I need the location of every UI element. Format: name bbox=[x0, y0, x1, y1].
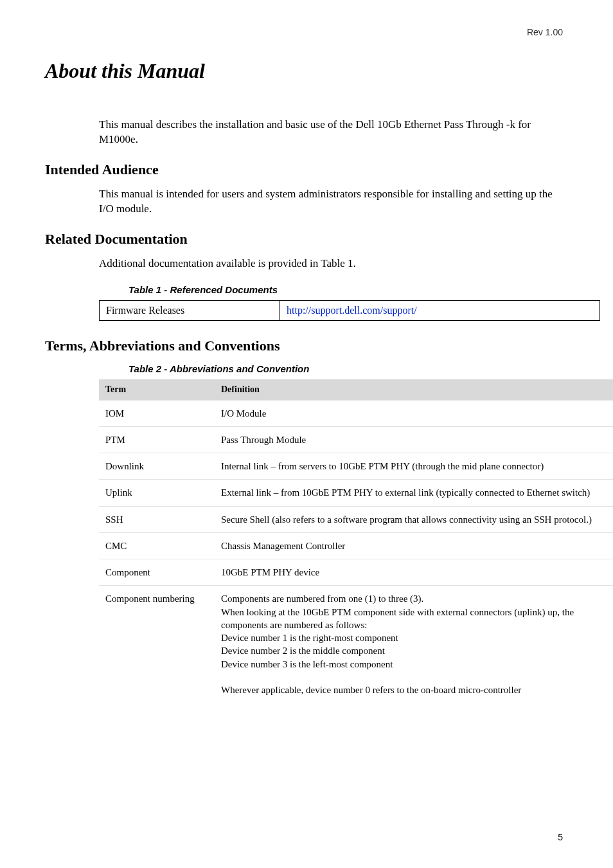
table-row: Firmware Releases http://support.dell.co… bbox=[100, 300, 600, 320]
def-line: Device number 3 is the left-most compone… bbox=[221, 659, 393, 669]
definition-cell: Secure Shell (also refers to a software … bbox=[215, 506, 613, 532]
definition-cell: External link – from 10GbE PTM PHY to ex… bbox=[215, 480, 613, 506]
term-cell: Component numbering bbox=[99, 586, 215, 703]
definition-cell: 10GbE PTM PHY device bbox=[215, 559, 613, 586]
page-title: About this Manual bbox=[45, 59, 568, 83]
term-cell: CMC bbox=[99, 532, 215, 559]
definition-cell: Components are numbered from one (1) to … bbox=[215, 586, 613, 703]
table-row: CMC Chassis Management Controller bbox=[99, 532, 613, 559]
section-heading-terms: Terms, Abbreviations and Conventions bbox=[45, 338, 568, 354]
related-paragraph: Additional documentation available is pr… bbox=[99, 257, 568, 271]
term-cell: Component bbox=[99, 559, 215, 586]
table-row: Downlink Internal link – from servers to… bbox=[99, 453, 613, 480]
section-heading-audience: Intended Audience bbox=[45, 161, 568, 178]
table-row: IOM I/O Module bbox=[99, 400, 613, 426]
table-row: Component 10GbE PTM PHY device bbox=[99, 559, 613, 586]
term-cell: Downlink bbox=[99, 453, 215, 480]
definition-cell: I/O Module bbox=[215, 400, 613, 426]
table-row: PTM Pass Through Module bbox=[99, 426, 613, 453]
term-cell: SSH bbox=[99, 506, 215, 532]
table-row: Component numbering Components are numbe… bbox=[99, 586, 613, 703]
term-cell: Uplink bbox=[99, 480, 215, 506]
table1-caption: Table 1 - Referenced Documents bbox=[129, 284, 568, 295]
def-line: When looking at the 10GbE PTM component … bbox=[221, 607, 574, 630]
abbreviations-table: Term Definition IOM I/O Module PTM Pass … bbox=[99, 379, 613, 703]
ref-doc-name: Firmware Releases bbox=[100, 300, 280, 320]
def-line: Wherever applicable, device number 0 ref… bbox=[221, 685, 521, 695]
term-cell: IOM bbox=[99, 400, 215, 426]
table-row: SSH Secure Shell (also refers to a softw… bbox=[99, 506, 613, 532]
ref-doc-link-cell: http://support.dell.com/support/ bbox=[280, 300, 600, 320]
term-header: Term bbox=[99, 379, 215, 401]
def-line: Device number 2 is the middle component bbox=[221, 646, 385, 656]
table-row: Uplink External link – from 10GbE PTM PH… bbox=[99, 480, 613, 506]
definition-cell: Pass Through Module bbox=[215, 426, 613, 453]
def-line: Components are numbered from one (1) to … bbox=[221, 593, 423, 604]
firmware-releases-link[interactable]: http://support.dell.com/support/ bbox=[287, 305, 417, 316]
section-heading-related: Related Documentation bbox=[45, 231, 568, 248]
definition-cell: Chassis Management Controller bbox=[215, 532, 613, 559]
table2-caption: Table 2 - Abbreviations and Convention bbox=[129, 363, 568, 374]
def-line: Device number 1 is the right-most compon… bbox=[221, 633, 398, 643]
definition-header: Definition bbox=[215, 379, 613, 401]
revision-label: Rev 1.00 bbox=[527, 27, 563, 37]
referenced-documents-table: Firmware Releases http://support.dell.co… bbox=[99, 300, 600, 321]
definition-cell: Internal link – from servers to 10GbE PT… bbox=[215, 453, 613, 480]
term-cell: PTM bbox=[99, 426, 215, 453]
page-number: 5 bbox=[558, 832, 563, 842]
table-header-row: Term Definition bbox=[99, 379, 613, 401]
intro-paragraph: This manual describes the installation a… bbox=[99, 118, 568, 147]
audience-paragraph: This manual is intended for users and sy… bbox=[99, 187, 568, 217]
